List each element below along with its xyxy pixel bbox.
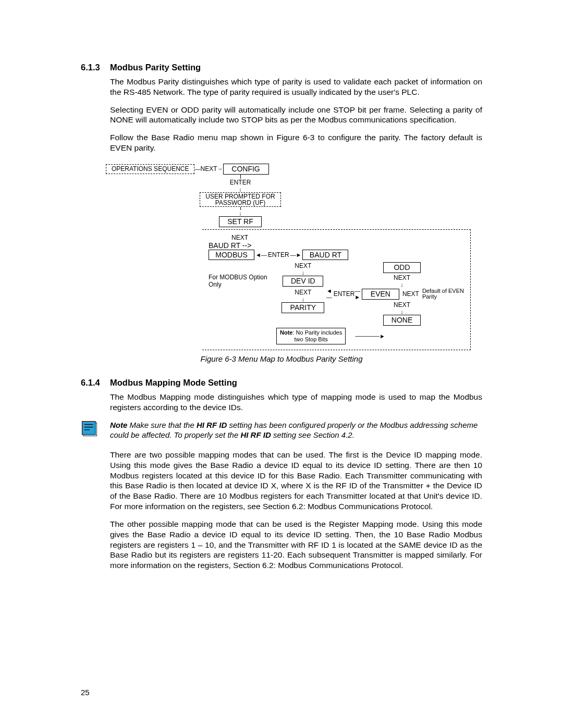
- figure-caption: Figure 6-3 Menu Map to Modbus Parity Set…: [81, 354, 482, 363]
- paragraph: The Modbus Mapping mode distinguishes wh…: [110, 392, 482, 413]
- modbus-option-label: For MODBUS Option Only: [209, 262, 277, 288]
- paragraph: There are two possible mapping modes tha…: [110, 450, 482, 512]
- arrow-label-next: NEXT: [394, 274, 410, 281]
- set-rf-box: SET RF: [219, 216, 262, 227]
- svg-rect-1: [82, 422, 96, 435]
- operations-sequence-box: OPERATIONS SEQUENCE: [106, 164, 194, 174]
- arrow-label-enter: ENTER: [334, 290, 355, 298]
- paragraph: The other possible mapping mode that can…: [110, 519, 482, 571]
- dev-id-box: DEV ID: [283, 276, 323, 287]
- arrow-label-next: NEXT: [295, 262, 311, 269]
- paragraph: The Modbus Parity distinguishes which ty…: [110, 77, 482, 97]
- page-number: 25: [81, 688, 90, 697]
- note-text: Note Make sure that the HI RF ID setting…: [110, 420, 482, 440]
- section-title: Modbus Parity Setting: [110, 63, 201, 72]
- parity-box: PARITY: [282, 302, 324, 313]
- modbus-box: MODBUS: [209, 250, 254, 261]
- section-number: 6.1.4: [81, 378, 110, 388]
- section-6.1.3-heading: 6.1.3 Modbus Parity Setting: [81, 63, 482, 72]
- arrow-label-next: NEXT: [394, 301, 410, 309]
- section-6.1.4-heading: 6.1.4 Modbus Mapping Mode Setting: [81, 378, 482, 388]
- note-no-parity: Note: No Parity includes two Stop Bits: [276, 328, 346, 344]
- arrow-label-next: NEXT: [295, 289, 311, 296]
- config-box: CONFIG: [223, 164, 269, 175]
- even-box: EVEN: [362, 289, 399, 300]
- default-even-label: Default of EVEN Parity: [422, 288, 464, 300]
- arrow-label-next: NEXT: [402, 290, 419, 298]
- section-title: Modbus Mapping Mode Setting: [110, 378, 237, 388]
- arrow-label-enter: ENTER: [268, 251, 289, 258]
- note-icon: [81, 420, 99, 438]
- menu-map-diagram: OPERATIONS SEQUENCE — NEXT → CONFIG ENTE…: [106, 164, 471, 350]
- password-box: USER PROMPTED FOR PASSWORD (UF): [200, 192, 280, 207]
- paragraph: Follow the Base Radio menu map shown in …: [110, 132, 482, 153]
- odd-box: ODD: [383, 262, 421, 273]
- baud-rt-box: BAUD RT: [302, 250, 348, 261]
- arrow-label-enter: ENTER: [230, 179, 251, 186]
- section-number: 6.1.3: [81, 63, 110, 72]
- arrow-label-next: NEXT: [200, 165, 217, 172]
- none-box: NONE: [383, 315, 421, 326]
- paragraph: Selecting EVEN or ODD parity will automa…: [110, 105, 482, 126]
- arrow-label-next: NEXT: [231, 234, 464, 241]
- note-block: Note Make sure that the HI RF ID setting…: [81, 420, 482, 440]
